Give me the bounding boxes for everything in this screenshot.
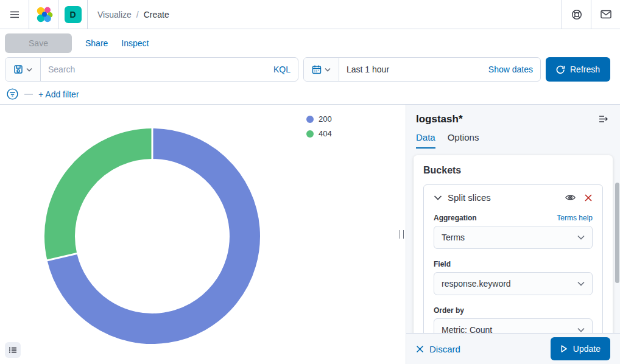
help-button[interactable]: [562, 0, 591, 29]
aggregation-value: Terms: [442, 233, 465, 242]
split-slices-panel: Split slices: [423, 184, 603, 354]
update-label: Update: [573, 344, 601, 354]
close-icon: [416, 345, 424, 353]
visualization-area: 200 404: [0, 105, 406, 364]
newsfeed-button[interactable]: [591, 0, 620, 29]
mail-icon: [601, 10, 611, 19]
elastic-logo-icon: [35, 5, 53, 24]
visualize-toolbar: Save Share Inspect: [0, 29, 620, 57]
refresh-button[interactable]: Refresh: [546, 57, 610, 82]
update-button[interactable]: Update: [551, 337, 610, 360]
editor-footer: Discard Update: [406, 333, 620, 364]
legend-item[interactable]: 200: [306, 114, 332, 124]
refresh-icon: [556, 65, 565, 74]
top-nav-bar: D Visualize / Create: [0, 0, 620, 29]
main-content: 200 404 logstash*: [0, 105, 620, 364]
accordion-toggle-button[interactable]: [434, 195, 442, 201]
help-icon: [571, 9, 582, 20]
split-slices-header: Split slices: [434, 192, 593, 203]
add-filter-button[interactable]: + Add filter: [38, 89, 79, 99]
donut-chart[interactable]: [43, 127, 262, 346]
breadcrumb-create: Create: [144, 10, 169, 19]
aggregation-label: Aggregation: [434, 214, 477, 222]
editor-tabs: Data Options: [416, 132, 610, 149]
aggregation-select[interactable]: Terms: [434, 226, 593, 249]
chevron-down-icon: [26, 68, 32, 72]
buckets-heading: Buckets: [423, 165, 603, 176]
legend-swatch: [306, 116, 314, 123]
remove-x-icon: [584, 194, 593, 202]
refresh-label: Refresh: [570, 65, 600, 74]
discard-label: Discard: [429, 344, 460, 354]
order-by-label: Order by: [434, 306, 464, 315]
filter-icon: [6, 88, 19, 100]
menu-right-icon: [598, 114, 609, 124]
chevron-down-icon: [577, 327, 585, 332]
breadcrumb-visualize[interactable]: Visualize: [97, 10, 132, 19]
field-label: Field: [434, 260, 451, 268]
index-pattern-title: logstash*: [416, 113, 463, 125]
filter-divider: [24, 94, 33, 95]
inspect-button[interactable]: Inspect: [121, 38, 149, 48]
filter-options-button[interactable]: [6, 88, 19, 100]
menu-button[interactable]: [0, 0, 29, 29]
chevron-down-icon: [325, 68, 331, 72]
legend-list-icon: [9, 346, 17, 354]
legend-label: 200: [319, 114, 332, 124]
breadcrumb-separator: /: [136, 10, 139, 19]
search-input[interactable]: [41, 65, 266, 74]
query-bar: KQL Last 1 hour Show dates Refresh: [0, 57, 620, 84]
chevron-down-icon: [577, 281, 585, 286]
time-range-value[interactable]: Last 1 hour: [339, 65, 396, 74]
saved-query-menu-button[interactable]: [5, 58, 41, 81]
elastic-logo[interactable]: [29, 0, 58, 29]
scrollbar-thumb[interactable]: [615, 183, 619, 283]
date-picker: Last 1 hour Show dates: [303, 57, 541, 82]
chevron-down-icon: [577, 235, 585, 240]
resize-grip-icon: [400, 230, 404, 239]
field-value: response.keyword: [442, 279, 511, 289]
space-badge: D: [65, 6, 82, 23]
query-language-button[interactable]: KQL: [266, 65, 298, 74]
breadcrumb: Visualize / Create: [88, 0, 179, 29]
calendar-icon: [312, 65, 322, 74]
search-bar: KQL: [5, 57, 298, 82]
eye-icon: [565, 194, 576, 201]
tab-options[interactable]: Options: [448, 132, 479, 149]
quick-select-menu-button[interactable]: [304, 58, 339, 81]
terms-help-link[interactable]: Terms help: [557, 214, 593, 222]
discard-button[interactable]: Discard: [416, 344, 460, 354]
legend-item[interactable]: 404: [306, 129, 332, 138]
play-icon: [560, 345, 568, 353]
show-dates-button[interactable]: Show dates: [481, 65, 540, 74]
filter-bar: + Add filter: [0, 84, 620, 105]
tab-data[interactable]: Data: [416, 132, 435, 149]
legend-label: 404: [319, 129, 332, 138]
toggle-legend-button[interactable]: [5, 342, 21, 358]
save-query-icon: [13, 65, 23, 74]
hamburger-icon: [10, 10, 19, 19]
editor-header: logstash* Data Options: [406, 105, 620, 149]
space-switcher[interactable]: D: [58, 0, 88, 29]
collapse-editor-button[interactable]: [597, 113, 610, 125]
remove-bucket-button[interactable]: [584, 194, 593, 202]
header-spacer: [179, 0, 562, 29]
visualization-editor-panel: logstash* Data Options Buckets: [406, 105, 620, 364]
split-slices-label: Split slices: [448, 192, 491, 203]
field-select[interactable]: response.keyword: [434, 272, 593, 295]
chart-legend: 200 404: [306, 114, 332, 138]
panel-resize-handle[interactable]: [400, 230, 404, 239]
toggle-visibility-button[interactable]: [565, 194, 576, 201]
save-button[interactable]: Save: [5, 33, 72, 53]
chevron-down-icon: [434, 195, 442, 201]
share-button[interactable]: Share: [85, 38, 108, 48]
legend-swatch: [306, 130, 314, 138]
